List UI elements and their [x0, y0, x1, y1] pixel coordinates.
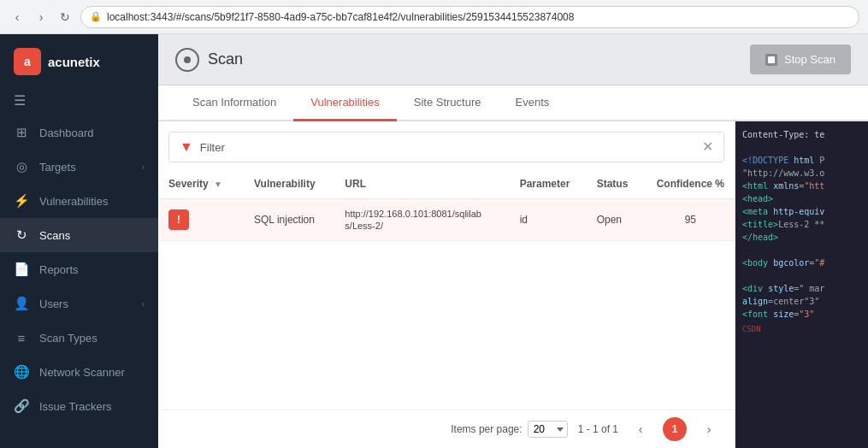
forward-button[interactable]: ›: [32, 9, 50, 26]
col-status-label: Status: [597, 178, 629, 190]
items-per-page: Items per page: 20 10 50 100: [451, 421, 567, 438]
table-header: Severity ▼ Vulnerability URL: [158, 169, 735, 199]
stop-scan-button[interactable]: Stop Scan: [750, 44, 851, 74]
table-body: ! SQL injection http://192.168.0.101:808…: [158, 199, 735, 241]
sidebar-item-targets[interactable]: ◎ Targets ›: [0, 150, 158, 184]
tab-label: Events: [516, 96, 550, 109]
tab-scan-information[interactable]: Scan Information: [175, 85, 293, 121]
page-title: Scan: [208, 50, 243, 68]
sidebar-item-label: Scan Types: [39, 332, 145, 345]
back-button[interactable]: ‹: [9, 9, 26, 26]
lock-icon: 🔒: [90, 11, 102, 22]
hamburger-menu[interactable]: ☰: [0, 85, 158, 115]
stop-scan-label: Stop Scan: [784, 53, 836, 66]
pagination-row: Items per page: 20 10 50 100 1 - 1 of 1 …: [158, 410, 735, 448]
current-page-button[interactable]: 1: [663, 417, 687, 441]
severity-cell: !: [168, 209, 233, 230]
sidebar-item-vulnerabilities[interactable]: ⚡ Vulnerabilities: [0, 184, 158, 218]
filter-bar[interactable]: ▼ Filter ✕: [168, 132, 724, 162]
severity-symbol: !: [177, 214, 180, 226]
sidebar-logo: a acunetix: [0, 34, 158, 85]
sidebar-item-label: Reports: [39, 263, 145, 276]
sidebar-item-label: Network Scanner: [39, 366, 145, 379]
vulnerabilities-panel: ▼ Filter ✕ Severity ▼: [158, 121, 735, 448]
main-content: Scan Stop Scan Scan Information Vulnerab…: [158, 34, 868, 448]
col-url-label: URL: [345, 178, 366, 190]
stop-icon: [765, 54, 777, 66]
items-per-page-label: Items per page:: [451, 423, 522, 435]
url-text: localhost:3443/#/scans/5b9f21f7-8580-4ad…: [107, 11, 574, 23]
col-header-status: Status: [587, 169, 647, 199]
sort-arrow-icon: ▼: [214, 180, 222, 189]
cell-parameter: id: [510, 199, 587, 241]
sidebar-item-label: Targets: [39, 161, 132, 174]
sidebar-item-reports[interactable]: 📄 Reports: [0, 252, 158, 286]
sidebar-item-users[interactable]: 👤 Users ›: [0, 286, 158, 321]
header-row: Severity ▼ Vulnerability URL: [158, 169, 735, 199]
cell-confidence: 95: [647, 199, 735, 241]
col-vuln-label: Vulnerability: [254, 178, 316, 190]
sidebar-item-issue-trackers[interactable]: 🔗 Issue Trackers: [0, 389, 158, 423]
table-wrapper: Severity ▼ Vulnerability URL: [158, 169, 735, 410]
code-line: align=center"3": [742, 295, 861, 308]
chevron-right-icon: ›: [142, 299, 145, 309]
col-header-confidence: Confidence %: [647, 169, 735, 199]
cell-severity: !: [158, 199, 244, 241]
logo-text: acunetix: [48, 55, 100, 69]
sidebar-item-label: Dashboard: [39, 127, 145, 139]
next-page-button[interactable]: ›: [697, 417, 721, 441]
sidebar-item-label: Vulnerabilities: [39, 195, 145, 208]
filter-icon: ▼: [180, 139, 193, 155]
severity-high-icon: !: [168, 209, 189, 230]
cell-status: Open: [587, 199, 647, 241]
reload-button[interactable]: ↻: [56, 9, 74, 26]
sidebar-item-scans[interactable]: ↻ Scans: [0, 218, 158, 252]
per-page-select[interactable]: 20 10 50 100: [528, 421, 568, 438]
sidebar-item-label: Issue Trackers: [39, 400, 145, 413]
network-scanner-icon: 🌐: [14, 364, 29, 380]
cell-url: http://192.168.0.101:8081/sqlilabs/Less-…: [334, 199, 509, 241]
col-severity-label: Severity: [168, 178, 209, 190]
code-line: </head>: [742, 231, 861, 244]
filter-text: Filter: [200, 141, 702, 154]
col-header-parameter: Parameter: [510, 169, 587, 199]
code-line: <title>Less-2 **: [742, 218, 861, 231]
prev-page-button[interactable]: ‹: [629, 417, 652, 441]
filter-close-icon[interactable]: ✕: [702, 140, 713, 154]
url-text: http://192.168.0.101:8081/sqlilabs/Less-…: [345, 209, 481, 231]
content-area: ▼ Filter ✕ Severity ▼: [158, 121, 868, 448]
table-row[interactable]: ! SQL injection http://192.168.0.101:808…: [158, 199, 735, 241]
sidebar-item-label: Scans: [39, 229, 145, 242]
stop-icon-inner: [768, 56, 775, 63]
chevron-right-icon: ›: [142, 162, 145, 172]
sidebar-item-dashboard[interactable]: ⊞ Dashboard: [0, 115, 158, 150]
tab-events[interactable]: Events: [499, 85, 567, 121]
code-line: CSDN: [742, 324, 861, 336]
code-line: "http://www.w3.o: [742, 167, 861, 180]
sidebar-item-network-scanner[interactable]: 🌐 Network Scanner: [0, 355, 158, 389]
sidebar-nav: ⊞ Dashboard ◎ Targets › ⚡ Vulnerabilitie…: [0, 115, 158, 448]
code-line: [742, 244, 861, 256]
cell-vulnerability: SQL injection: [244, 199, 334, 241]
vulnerabilities-icon: ⚡: [14, 193, 29, 209]
issue-trackers-icon: 🔗: [14, 398, 29, 414]
vulnerabilities-table: Severity ▼ Vulnerability URL: [158, 169, 735, 241]
code-line: <head>: [742, 192, 861, 205]
tabs-bar: Scan Information Vulnerabilities Site St…: [158, 85, 868, 121]
code-line: [742, 269, 861, 282]
code-line: Content-Type: te: [742, 128, 861, 141]
address-bar[interactable]: 🔒 localhost:3443/#/scans/5b9f21f7-8580-4…: [80, 6, 859, 28]
browser-bar: ‹ › ↻ 🔒 localhost:3443/#/scans/5b9f21f7-…: [0, 0, 868, 34]
col-header-vulnerability: Vulnerability: [244, 169, 334, 199]
tab-vulnerabilities[interactable]: Vulnerabilities: [293, 85, 396, 121]
page-header: Scan Stop Scan: [158, 34, 868, 85]
logo-icon: a: [14, 48, 41, 75]
col-conf-label: Confidence %: [657, 178, 724, 190]
app-shell: a acunetix ☰ ⊞ Dashboard ◎ Targets › ⚡ V…: [0, 34, 868, 448]
code-line: <meta http-equiv: [742, 205, 861, 218]
tab-site-structure[interactable]: Site Structure: [397, 85, 499, 121]
code-line: <html xmlns="htt: [742, 180, 861, 192]
sidebar-item-scan-types[interactable]: ≡ Scan Types: [0, 321, 158, 355]
col-header-severity[interactable]: Severity ▼: [158, 169, 244, 199]
dashboard-icon: ⊞: [14, 125, 29, 140]
